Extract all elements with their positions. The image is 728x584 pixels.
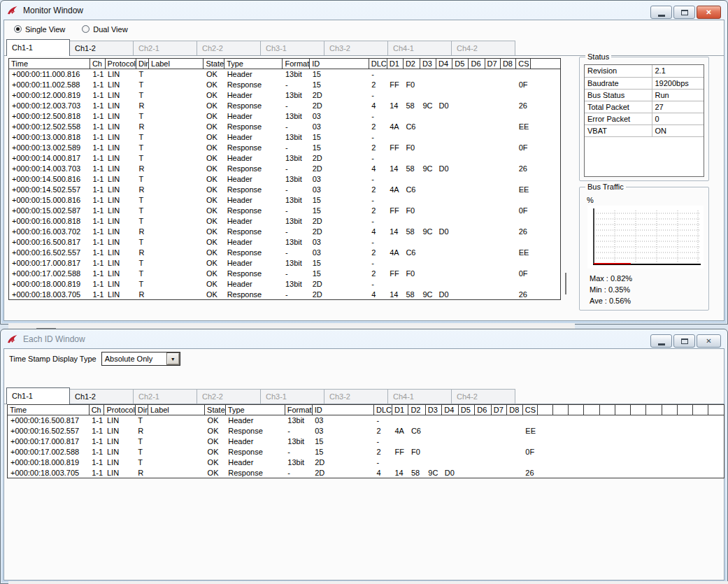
column-header[interactable]: D4 <box>436 59 452 69</box>
column-header[interactable]: D7 <box>491 405 507 415</box>
table-row[interactable]: +000:00:12.500.8181-1LINTOKHeader13bit03… <box>9 111 561 122</box>
column-header[interactable]: D5 <box>458 405 474 415</box>
table-row[interactable]: +000:00:11.002.5881-1LINTOKResponse-152F… <box>9 80 561 90</box>
column-header[interactable]: ID <box>312 405 373 415</box>
minimize-button[interactable] <box>650 334 672 348</box>
column-header[interactable]: Type <box>225 405 285 415</box>
column-header[interactable]: Format <box>283 59 310 69</box>
table-row[interactable]: +000:00:17.002.5881-1LINTOKResponse-152F… <box>9 269 561 279</box>
column-header[interactable]: D1 <box>387 59 403 69</box>
vertical-scrollbar[interactable] <box>565 273 566 294</box>
tab-ch1-1[interactable]: Ch1-1 <box>6 387 70 404</box>
column-header[interactable] <box>693 405 708 415</box>
table-row[interactable]: +000:00:17.002.5881-1LINTOKResponse-152F… <box>8 447 725 457</box>
column-header[interactable]: Dir <box>135 405 148 415</box>
table-row[interactable]: +000:00:16.502.5571-1LINROKResponse-0324… <box>8 426 725 436</box>
close-button[interactable]: ✕ <box>697 6 721 19</box>
column-header[interactable]: DLC <box>373 405 392 415</box>
column-header[interactable]: CS <box>516 59 531 69</box>
column-header[interactable]: Protocol <box>105 59 136 69</box>
table-cell: LIN <box>105 258 136 269</box>
column-header[interactable]: D3 <box>425 405 441 415</box>
column-header[interactable] <box>662 405 677 415</box>
column-header[interactable]: Time <box>9 59 90 69</box>
table-row[interactable]: +000:00:13.002.5891-1LINTOKResponse-152F… <box>9 143 561 153</box>
column-header[interactable] <box>677 405 692 415</box>
column-header[interactable]: Dir <box>136 59 148 69</box>
column-header[interactable]: D8 <box>507 405 523 415</box>
column-header[interactable]: DLC <box>369 59 387 69</box>
table-row[interactable]: +000:00:16.000.8181-1LINTOKHeader13bit2D… <box>9 216 561 227</box>
column-header[interactable] <box>537 405 552 415</box>
minimize-button[interactable] <box>650 6 672 19</box>
column-header[interactable]: Ch <box>89 405 104 415</box>
table-row[interactable]: +000:00:16.502.5571-1LINROKResponse-0324… <box>9 248 561 258</box>
column-header[interactable]: D5 <box>452 59 469 69</box>
column-header[interactable]: D6 <box>475 405 491 415</box>
table-row[interactable]: +000:00:16.003.7021-1LINROKResponse-2D41… <box>9 227 561 237</box>
column-header[interactable]: D1 <box>392 405 408 415</box>
column-header[interactable] <box>569 405 584 415</box>
table-row[interactable]: +000:00:14.500.8161-1LINTOKHeader13bit03… <box>9 174 561 185</box>
column-header[interactable]: Ch <box>90 59 105 69</box>
table-row[interactable]: +000:00:11.000.8161-1LINTOKHeader13bit15… <box>9 69 561 80</box>
table-row[interactable]: +000:00:14.003.7031-1LINROKResponse-2D41… <box>9 164 561 174</box>
column-header[interactable]: ID <box>310 59 369 69</box>
column-header[interactable] <box>615 405 630 415</box>
table-row[interactable]: +000:00:17.000.8171-1LINTOKHeader13bit15… <box>9 258 561 269</box>
column-header[interactable]: D7 <box>485 59 500 69</box>
table-cell: 58 <box>408 468 425 478</box>
radio-single-view[interactable]: Single View <box>14 25 65 34</box>
table-row[interactable]: +000:00:18.000.8191-1LINTOKHeader13bit2D… <box>9 279 561 290</box>
column-header[interactable] <box>530 59 560 69</box>
horizontal-scrollbar[interactable] <box>8 581 728 584</box>
column-header[interactable] <box>599 405 615 415</box>
column-header[interactable]: D8 <box>500 59 515 69</box>
table-row[interactable]: +000:00:12.502.5581-1LINROKResponse-0324… <box>9 122 561 132</box>
monitor-window-titlebar[interactable]: Monitor Window ✕ <box>1 1 727 20</box>
table-row[interactable]: +000:00:15.000.8161-1LINTOKHeader13bit15… <box>9 195 561 206</box>
column-header[interactable]: State <box>205 405 226 415</box>
column-header[interactable]: D6 <box>469 59 485 69</box>
table-row[interactable]: +000:00:15.002.5871-1LINTOKResponse-152F… <box>9 206 561 216</box>
column-header[interactable]: D4 <box>442 405 458 415</box>
table-row[interactable]: +000:00:18.003.7051-1LINROKResponse-2D41… <box>9 290 561 300</box>
column-header[interactable] <box>552 405 568 415</box>
table-row[interactable]: +000:00:14.000.8171-1LINTOKHeader13bit2D… <box>9 153 561 164</box>
table-row[interactable]: +000:00:12.003.7031-1LINROKResponse-2D41… <box>9 101 561 111</box>
table-row[interactable]: +000:00:12.000.8191-1LINTOKHeader13bit2D… <box>9 90 561 101</box>
column-header[interactable]: D2 <box>408 405 425 415</box>
column-header[interactable]: Protocol <box>104 405 135 415</box>
maximize-button[interactable] <box>673 334 695 348</box>
column-header[interactable]: Time <box>8 405 90 415</box>
each-id-window-titlebar[interactable]: Each ID Window ✕ <box>1 329 727 348</box>
timestamp-display-type-select[interactable]: Absolute Only ▼ <box>101 352 180 366</box>
radio-dual-view[interactable]: Dual View <box>82 25 127 34</box>
column-header[interactable]: Label <box>149 59 204 69</box>
column-header[interactable]: D2 <box>403 59 420 69</box>
tab-ch1-1[interactable]: Ch1-1 <box>6 39 70 56</box>
close-button[interactable]: ✕ <box>697 334 721 348</box>
table-row[interactable]: +000:00:18.003.7051-1LINROKResponse-2D41… <box>8 468 725 478</box>
table-row[interactable]: +000:00:16.500.8171-1LINTOKHeader13bit03… <box>8 415 725 426</box>
column-header[interactable]: D3 <box>420 59 436 69</box>
column-header[interactable]: State <box>204 59 224 69</box>
table-cell <box>507 457 523 468</box>
column-header[interactable] <box>631 405 646 415</box>
column-header[interactable] <box>646 405 662 415</box>
table-row[interactable]: +000:00:14.502.5571-1LINROKResponse-0324… <box>9 185 561 195</box>
column-header[interactable]: CS <box>522 405 537 415</box>
tab-ch1-2[interactable]: Ch1-2 <box>70 41 134 55</box>
column-header[interactable] <box>584 405 599 415</box>
column-header[interactable]: Format <box>285 405 312 415</box>
table-row[interactable]: +000:00:18.000.8191-1LINTOKHeader13bit2D… <box>8 457 725 468</box>
chevron-down-icon[interactable]: ▼ <box>167 353 179 364</box>
column-header[interactable]: Type <box>224 59 283 69</box>
table-row[interactable]: +000:00:16.500.8171-1LINTOKHeader13bit03… <box>9 237 561 248</box>
table-row[interactable]: +000:00:17.000.8171-1LINTOKHeader13bit15… <box>8 436 725 447</box>
column-header[interactable]: Label <box>148 405 204 415</box>
tab-ch1-2[interactable]: Ch1-2 <box>70 389 134 404</box>
column-header[interactable] <box>708 405 725 415</box>
maximize-button[interactable] <box>673 6 695 19</box>
table-row[interactable]: +000:00:13.000.8181-1LINTOKHeader13bit15… <box>9 132 561 143</box>
